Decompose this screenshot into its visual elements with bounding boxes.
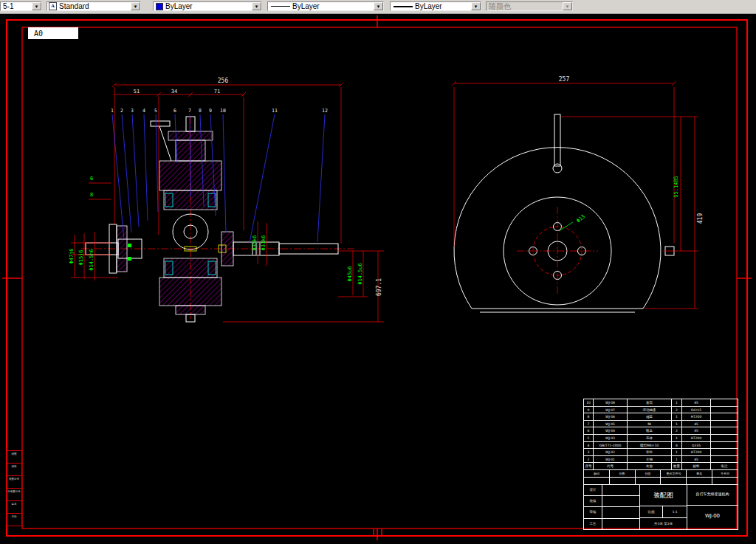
bom-cell xyxy=(711,456,738,463)
bom-cell xyxy=(711,421,738,427)
linetype-combo[interactable]: ByLayer ▼ xyxy=(267,1,384,11)
bom-cell: 7 xyxy=(584,421,594,427)
layer-combo[interactable]: 5-1 ▼ xyxy=(0,1,42,11)
sign-cell xyxy=(687,478,712,484)
dim-total: 257 xyxy=(559,76,570,83)
chevron-down-icon[interactable]: ▼ xyxy=(471,2,481,10)
bom-cell: 1 xyxy=(672,413,682,420)
callout-number: 10 xyxy=(220,108,226,114)
callout-number: 2 xyxy=(120,108,123,114)
bom-cell: 45 xyxy=(682,456,711,463)
signature-row: 校核 xyxy=(584,496,639,507)
bom-cell: 轴 xyxy=(628,421,672,427)
bom-cell: WJ-06 xyxy=(594,413,628,420)
sign-cell xyxy=(610,478,636,484)
note-dim: 6 xyxy=(90,176,93,182)
end-view-dimensions: 257 95.1485 419 Φ13 xyxy=(452,76,704,309)
fit-dim: Φ31k6 xyxy=(261,235,267,250)
sign-cell: 年月日 xyxy=(712,470,738,477)
bom-cell: 1 xyxy=(672,399,682,406)
bom-cell: WJ-05 xyxy=(594,421,628,427)
callout-number: 4 xyxy=(142,108,145,114)
frame-strip-cell: 底图总号 xyxy=(6,476,22,489)
color-combo-value: ByLayer xyxy=(163,2,252,10)
fit-dim: Φ45u6 xyxy=(347,266,353,281)
bom-cell: 9 xyxy=(584,407,594,413)
drawing-canvas[interactable]: A0 xyxy=(0,13,756,544)
chevron-down-icon[interactable]: ▼ xyxy=(374,2,383,10)
sign-cell: 分区 xyxy=(636,470,662,477)
chevron-down-icon[interactable]: ▼ xyxy=(131,2,140,10)
bom-cell xyxy=(711,435,738,441)
signature-row: 审核 xyxy=(584,507,639,518)
bom-cell: WJ-04 xyxy=(594,427,628,434)
text-style-icon: A xyxy=(49,2,57,10)
bom-cell: 2 xyxy=(672,407,682,413)
end-view[interactable] xyxy=(454,114,674,312)
bom-cell: Q235 xyxy=(682,442,711,449)
bom-cell: WJ-02 xyxy=(594,449,628,455)
bom-cell: 锥盘 xyxy=(628,427,672,434)
bom-cell: 端盖 xyxy=(628,413,672,420)
bom-row: 9WJ-07滚动轴承2GCr15 xyxy=(584,407,738,414)
fit-dim: Φ14.5u6 xyxy=(357,263,363,285)
fit-dim: Φ35k6 xyxy=(252,235,258,250)
bom-cell: 螺钉M4×10 xyxy=(628,442,672,449)
frame-strip-cell: 签字 xyxy=(6,501,22,514)
sign-cell: 标记 xyxy=(584,470,610,477)
bom-cell: 名称 xyxy=(628,463,672,469)
bom-cell: 材料 xyxy=(682,463,711,469)
dim-c: 71 xyxy=(214,89,220,94)
dim-right: 697.1 xyxy=(376,278,382,296)
callout-number: 7 xyxy=(188,108,191,114)
frame-strip-cell: 旧底图总号 xyxy=(6,489,22,501)
note-dim: 8 xyxy=(90,192,93,198)
callout-number: 11 xyxy=(272,108,278,114)
bom-row: 8WJ-06端盖1HT200 xyxy=(584,413,738,421)
lineweight-combo-value: ByLayer xyxy=(413,2,471,10)
bom-cell: WJ-01 xyxy=(594,456,628,463)
bom-cell: 代号 xyxy=(594,463,628,469)
text-style-combo[interactable]: A Standard ▼ xyxy=(47,1,141,11)
bom-cell: HT200 xyxy=(682,413,711,420)
color-combo[interactable]: ByLayer ▼ xyxy=(153,1,262,11)
dim-total: 256 xyxy=(218,78,229,84)
bom-cell: GB/T71-2000 xyxy=(594,442,628,449)
dim-b: 34 xyxy=(171,89,177,94)
callout-number: 3 xyxy=(131,108,134,114)
chevron-down-icon[interactable]: ▼ xyxy=(252,2,261,10)
callout-number: 9 xyxy=(209,108,212,114)
signature-label: 审核 xyxy=(584,507,602,517)
drawing-number: WJ-00 xyxy=(687,506,738,529)
bom-row: 4GB/T71-2000螺钉M4×104Q235 xyxy=(584,442,738,450)
chevron-down-icon[interactable]: ▼ xyxy=(32,2,41,10)
dim-a: 51 xyxy=(134,89,140,94)
callout-number: 6 xyxy=(173,108,176,114)
callout-number: 1 xyxy=(111,108,114,114)
bom-cell: WJ-03 xyxy=(594,435,628,441)
bom-cell xyxy=(711,399,738,406)
bom-cell: 备注 xyxy=(711,463,738,469)
fit-dim: Φ14.5n6 xyxy=(89,249,94,271)
chevron-down-icon: ▼ xyxy=(563,2,572,10)
bom-row: 5WJ-03壳体1HT200 xyxy=(584,435,738,442)
frame-strip-cell: 描图 xyxy=(6,451,22,464)
signature-label: 校核 xyxy=(584,496,602,506)
bom-cell: 1 xyxy=(672,421,682,427)
dim-v2: 419 xyxy=(697,213,704,224)
callout-number: 12 xyxy=(322,108,328,114)
sign-cell: 处数 xyxy=(610,470,636,477)
sign-cell xyxy=(661,478,687,484)
signature-blank xyxy=(602,519,639,529)
bom-cell: 套筒 xyxy=(628,399,672,406)
lineweight-combo[interactable]: ByLayer ▼ xyxy=(390,1,481,11)
bom-cell: 45 xyxy=(682,399,711,406)
bom-cell: 10 xyxy=(584,399,594,406)
bom-cell: 2 xyxy=(672,427,682,434)
title-right: 自行车无级变速机构 WJ-00 xyxy=(687,485,738,529)
bom-cell xyxy=(711,407,738,413)
bom-row: 3WJ-02带轮1HT200 xyxy=(584,449,738,456)
sign-cell xyxy=(584,478,610,484)
bom-cell: 1 xyxy=(672,449,682,455)
bom-row: 10WJ-08套筒145 xyxy=(584,399,738,407)
